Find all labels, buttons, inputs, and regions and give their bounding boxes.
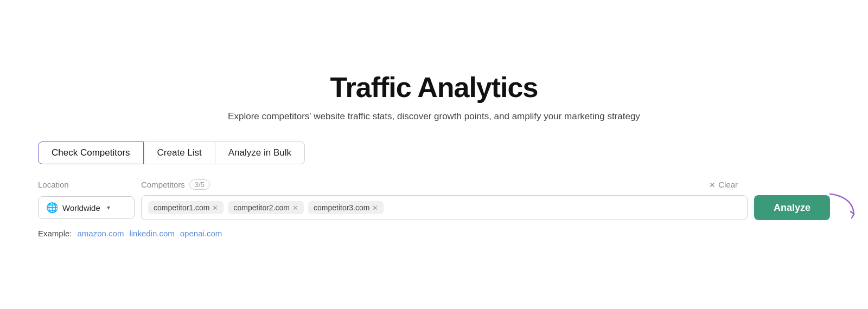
tag-competitor2: competitor2.com ✕ [228, 201, 303, 214]
competitors-label-text: Competitors [141, 180, 185, 189]
inputs-row: 🌐 Worldwide ▾ competitor1.com ✕ competit… [38, 195, 830, 220]
tag-text: competitor2.com [233, 203, 289, 212]
examples-prefix: Example: [38, 229, 72, 238]
tag-text: competitor1.com [154, 203, 209, 212]
remove-competitor3-icon[interactable]: ✕ [372, 204, 378, 211]
clear-x-icon: ✕ [709, 181, 716, 189]
tab-analyze-bulk[interactable]: Analyze in Bulk [215, 141, 305, 164]
chevron-down-icon: ▾ [107, 204, 110, 211]
example-openai[interactable]: openai.com [180, 229, 222, 238]
analyze-button[interactable]: Analyze [754, 195, 830, 220]
page-container: Traffic Analytics Explore competitors' w… [16, 49, 852, 260]
remove-competitor2-icon[interactable]: ✕ [292, 204, 298, 211]
tabs-row: Check Competitors Create List Analyze in… [38, 141, 305, 164]
tab-create-list[interactable]: Create List [144, 141, 215, 164]
tab-check-competitors[interactable]: Check Competitors [38, 141, 144, 164]
examples-row: Example: amazon.com linkedin.com openai.… [38, 229, 222, 238]
page-title: Traffic Analytics [330, 71, 538, 104]
clear-button[interactable]: ✕ Clear [709, 180, 738, 189]
tag-competitor1: competitor1.com ✕ [148, 201, 224, 214]
example-linkedin[interactable]: linkedin.com [129, 229, 174, 238]
form-area: Location Competitors 3/5 ✕ Clear 🌐 World… [38, 179, 830, 238]
competitors-input-box[interactable]: competitor1.com ✕ competitor2.com ✕ comp… [141, 195, 748, 220]
analyze-wrapper: Analyze [754, 195, 830, 220]
location-label: Location [38, 180, 141, 189]
clear-label: Clear [718, 180, 738, 189]
remove-competitor1-icon[interactable]: ✕ [212, 204, 218, 211]
location-dropdown[interactable]: 🌐 Worldwide ▾ [38, 196, 135, 219]
competitors-count-badge: 3/5 [189, 179, 210, 190]
labels-row: Location Competitors 3/5 ✕ Clear [38, 179, 830, 190]
tag-text: competitor3.com [314, 203, 369, 212]
globe-icon: 🌐 [46, 202, 58, 214]
example-amazon[interactable]: amazon.com [78, 229, 124, 238]
arrow-decoration [826, 190, 858, 222]
location-value: Worldwide [62, 203, 100, 213]
tag-competitor3: competitor3.com ✕ [308, 201, 384, 214]
page-subtitle: Explore competitors' website traffic sta… [228, 111, 640, 122]
competitors-label-group: Competitors 3/5 [141, 179, 709, 190]
